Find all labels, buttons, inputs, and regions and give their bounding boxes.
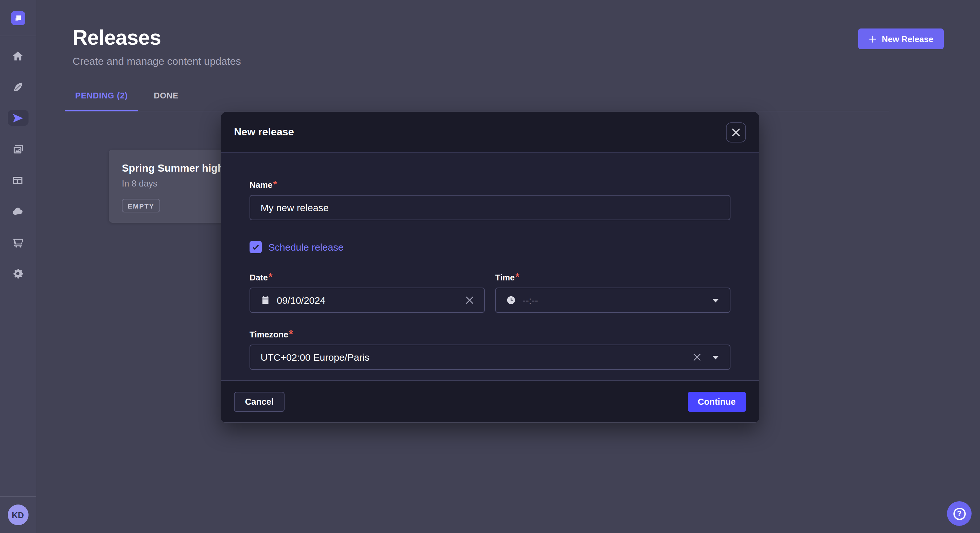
schedule-checkbox[interactable]	[250, 241, 262, 253]
tab-done[interactable]: DONE	[151, 91, 181, 111]
tab-pending[interactable]: PENDING (2)	[73, 91, 130, 111]
page-title: Releases	[73, 26, 944, 50]
name-input[interactable]: My new release	[250, 195, 730, 220]
media-images-icon	[12, 143, 24, 155]
timezone-select[interactable]: UTC+02:00 Europe/Paris	[250, 344, 730, 370]
close-icon	[732, 128, 740, 136]
send-icon	[12, 112, 24, 124]
required-asterisk: *	[273, 179, 277, 190]
name-input-value: My new release	[261, 202, 719, 213]
required-asterisk: *	[289, 328, 293, 339]
sidebar-item-marketplace[interactable]	[8, 235, 28, 250]
logo-wrap	[0, 0, 36, 36]
date-time-row: Date* 09/10/2024	[250, 271, 730, 313]
new-release-button-label: New Release	[882, 34, 933, 44]
release-card-status-badge: EMPTY	[122, 199, 160, 213]
sidebar-item-content-manager[interactable]	[8, 79, 28, 95]
tab-divider	[73, 111, 889, 111]
time-field-label: Time	[495, 273, 515, 282]
feather-icon	[12, 81, 24, 93]
clear-x-icon	[465, 296, 474, 305]
question-mark-icon: ?	[953, 508, 966, 520]
chevron-down-icon	[712, 355, 719, 360]
home-icon	[12, 49, 24, 62]
timezone-clear-button[interactable]	[693, 353, 701, 362]
chevron-down-icon	[712, 298, 719, 303]
sidebar-item-deploy[interactable]	[8, 203, 28, 219]
clear-x-icon	[693, 353, 701, 362]
tab-bar: PENDING (2) DONE	[73, 91, 889, 111]
date-field-group: Date* 09/10/2024	[250, 271, 485, 313]
strapi-logo-icon[interactable]	[11, 11, 25, 25]
sidebar-item-media-library[interactable]	[8, 141, 28, 157]
date-input[interactable]: 09/10/2024	[250, 287, 485, 313]
cancel-button[interactable]: Cancel	[234, 392, 285, 412]
cart-icon	[12, 236, 24, 248]
sidebar-item-settings[interactable]	[8, 265, 28, 281]
name-field-label: Name	[250, 180, 272, 190]
time-dropdown-button[interactable]	[712, 298, 719, 303]
sidebar-item-home[interactable]	[8, 48, 28, 63]
schedule-checkbox-label: Schedule release	[268, 241, 344, 252]
name-field-group: Name* My new release	[250, 179, 730, 220]
calendar-icon	[261, 295, 270, 305]
clock-icon	[506, 295, 516, 305]
sidebar-item-releases[interactable]	[8, 110, 28, 125]
modal-header: New release	[221, 112, 759, 153]
date-field-label: Date	[250, 273, 268, 282]
page-subtitle: Create and manage content updates	[73, 56, 944, 67]
continue-button[interactable]: Continue	[687, 392, 746, 412]
time-input[interactable]: --:--	[495, 287, 730, 313]
layout-icon	[12, 174, 24, 186]
sidebar: KD	[0, 0, 36, 533]
strapi-logo-glyph	[14, 14, 22, 22]
help-button[interactable]: ?	[947, 501, 972, 526]
checkmark-icon	[252, 244, 259, 251]
time-input-placeholder: --:--	[522, 295, 705, 306]
modal-close-button[interactable]	[726, 122, 746, 142]
modal-body: Name* My new release Schedule release Da…	[221, 153, 759, 380]
timezone-select-value: UTC+02:00 Europe/Paris	[261, 352, 686, 363]
sidebar-nav	[0, 36, 36, 496]
timezone-field-label: Timezone	[250, 330, 288, 339]
timezone-dropdown-button[interactable]	[712, 355, 719, 360]
new-release-button[interactable]: New Release	[858, 29, 944, 49]
required-asterisk: *	[515, 271, 519, 282]
plus-icon	[868, 35, 877, 43]
modal-title: New release	[234, 126, 294, 138]
new-release-modal: New release Name* My new release	[221, 112, 759, 423]
date-input-value: 09/10/2024	[277, 295, 459, 306]
date-clear-button[interactable]	[465, 296, 474, 305]
gear-icon	[12, 267, 24, 279]
modal-footer: Cancel Continue	[221, 380, 759, 422]
schedule-release-checkbox-row[interactable]: Schedule release	[250, 241, 730, 253]
user-avatar[interactable]: KD	[8, 504, 28, 525]
app-root: KD Releases Create and manage content up…	[0, 0, 980, 533]
sidebar-item-content-type-builder[interactable]	[8, 172, 28, 188]
cloud-icon	[12, 205, 24, 217]
required-asterisk: *	[268, 271, 272, 282]
sidebar-bottom: KD	[0, 496, 36, 533]
page-header: Releases Create and manage content updat…	[36, 0, 980, 67]
timezone-field-group: Timezone* UTC+02:00 Europe/Paris	[250, 328, 730, 370]
time-field-group: Time* --:--	[495, 271, 730, 313]
